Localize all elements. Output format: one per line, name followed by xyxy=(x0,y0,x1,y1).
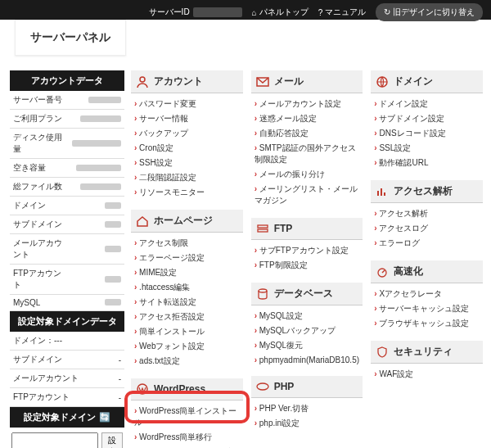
user-icon xyxy=(136,75,149,88)
link-home-0[interactable]: アクセス制限 xyxy=(134,238,188,247)
account-row-label: FTPアカウント xyxy=(10,265,69,295)
link-wp-1[interactable]: WordPress簡単移行 xyxy=(134,432,212,441)
link-db-3[interactable]: phpmyadmin(MariaDB10.5) xyxy=(255,355,359,364)
link-mail-5[interactable]: メーリングリスト・メールマガジン xyxy=(255,184,358,205)
speed-icon xyxy=(376,265,389,278)
link-globe-4[interactable]: 動作確認URL xyxy=(374,158,428,167)
link-ftp-0[interactable]: サブFTPアカウント設定 xyxy=(255,246,349,255)
section-title: PHP xyxy=(274,381,295,392)
panel-top-link[interactable]: ⌂ パネルトップ xyxy=(252,7,309,18)
svg-point-5 xyxy=(259,289,267,292)
link-home-6[interactable]: 簡単インストール xyxy=(134,327,205,336)
section-mail: メールメールアカウント設定迷惑メール設定自動応答設定SMTP認証の国外アクセス制… xyxy=(251,70,363,215)
domain-data-table: ドメイン：---サブドメイン-メールアカウント-FTPアカウント- xyxy=(10,332,124,407)
link-globe-3[interactable]: SSL設定 xyxy=(374,143,411,152)
account-row-label: ご利用プラン xyxy=(10,110,69,129)
link-user-6[interactable]: リソースモニター xyxy=(134,188,205,197)
section-globe: ドメインドメイン設定サブドメイン設定DNSレコード設定SSL設定動作確認URL xyxy=(371,70,483,177)
link-home-2[interactable]: MIME設定 xyxy=(134,268,177,277)
sidebar-domain-data-header: 設定対象ドメインデータ xyxy=(10,311,124,332)
svg-rect-3 xyxy=(258,225,268,228)
account-row-value xyxy=(69,265,124,295)
link-user-4[interactable]: SSH設定 xyxy=(134,158,173,167)
account-row-value xyxy=(69,215,124,234)
section-title: データベース xyxy=(274,287,333,301)
account-row-value xyxy=(69,295,124,311)
account-data-table: サーバー番号ご利用プランディスク使用量空き容量総ファイル数ドメインサブドメインメ… xyxy=(10,91,124,311)
link-ftp-1[interactable]: FTP制限設定 xyxy=(255,260,308,269)
server-id-value xyxy=(193,7,242,17)
old-design-button[interactable]: ↻ 旧デザインに切り替え xyxy=(376,3,483,21)
account-row-value xyxy=(69,91,124,110)
link-shield-0[interactable]: WAF設定 xyxy=(374,369,413,378)
link-home-1[interactable]: エラーページ設定 xyxy=(134,253,205,262)
chart-icon xyxy=(376,185,389,198)
section-title: メール xyxy=(274,75,304,88)
db-icon xyxy=(256,287,269,301)
account-row-label: 空き容量 xyxy=(10,159,69,178)
svg-point-0 xyxy=(140,77,145,82)
link-db-2[interactable]: MySQL復元 xyxy=(255,341,303,350)
svg-rect-4 xyxy=(258,229,268,232)
link-chart-0[interactable]: アクセス解析 xyxy=(374,209,428,218)
domain-row-label: ドメイン：--- xyxy=(10,332,111,351)
link-php-0[interactable]: PHP Ver.切替 xyxy=(255,404,309,413)
link-globe-1[interactable]: サブドメイン設定 xyxy=(374,114,444,123)
domain-select[interactable]: 設定対象ドメイン xyxy=(11,432,98,448)
link-user-0[interactable]: パスワード変更 xyxy=(134,99,196,108)
manual-link[interactable]: ? マニュアル xyxy=(318,7,367,18)
link-speed-2[interactable]: ブラウザキャッシュ設定 xyxy=(374,319,469,328)
domain-row-label: FTPアカウント xyxy=(10,388,111,407)
link-user-2[interactable]: バックアップ xyxy=(134,129,188,138)
link-home-4[interactable]: サイト転送設定 xyxy=(134,297,196,306)
link-user-5[interactable]: 二段階認証設定 xyxy=(134,173,196,182)
domain-row-value: - xyxy=(111,351,124,369)
domain-row-value: - xyxy=(111,369,124,388)
section-title: FTP xyxy=(274,223,293,234)
domain-row-value: - xyxy=(111,388,124,407)
link-speed-0[interactable]: Xアクセラレータ xyxy=(374,289,442,298)
link-user-1[interactable]: サーバー情報 xyxy=(134,114,188,123)
link-user-3[interactable]: Cron設定 xyxy=(134,143,173,152)
section-wp: WordPressWordPress簡単インストールWordPress簡単移行W… xyxy=(131,378,243,448)
account-row-label: 総ファイル数 xyxy=(10,178,69,197)
section-home: ホームページアクセス制限エラーページ設定MIME設定.htaccess編集サイト… xyxy=(131,210,243,375)
link-home-8[interactable]: ads.txt設定 xyxy=(134,356,180,365)
link-mail-0[interactable]: メールアカウント設定 xyxy=(255,99,341,108)
section-title: ドメイン xyxy=(394,75,433,88)
link-db-1[interactable]: MySQLバックアップ xyxy=(255,326,336,335)
link-php-1[interactable]: php.ini設定 xyxy=(255,419,300,428)
link-mail-2[interactable]: 自動応答設定 xyxy=(255,129,309,138)
link-wp-0[interactable]: WordPress簡単インストール xyxy=(134,406,236,427)
link-home-7[interactable]: Webフォント設定 xyxy=(134,342,205,351)
link-mail-1[interactable]: 迷惑メール設定 xyxy=(255,114,317,123)
account-row-label: ディスク使用量 xyxy=(10,129,69,159)
account-row-label: メールアカウント xyxy=(10,234,69,265)
link-mail-3[interactable]: SMTP認証の国外アクセス制限設定 xyxy=(255,143,356,164)
link-speed-1[interactable]: サーバーキャッシュ設定 xyxy=(374,304,469,313)
link-chart-2[interactable]: エラーログ xyxy=(374,238,420,247)
account-row-label: サブドメイン xyxy=(10,215,69,234)
link-globe-0[interactable]: ドメイン設定 xyxy=(374,99,428,108)
section-shield: セキュリティWAF設定 xyxy=(371,341,483,388)
account-row-value xyxy=(69,110,124,129)
ftp-icon xyxy=(256,222,269,235)
link-db-0[interactable]: MySQL設定 xyxy=(255,311,303,320)
sidebar-account-data-header: アカウントデータ xyxy=(10,70,124,91)
globe-icon xyxy=(376,75,389,88)
link-globe-2[interactable]: DNSレコード設定 xyxy=(374,129,445,138)
section-title: アクセス解析 xyxy=(394,184,453,198)
manual-label: マニュアル xyxy=(325,7,366,18)
link-home-5[interactable]: アクセス拒否設定 xyxy=(134,312,205,321)
section-chart: アクセス解析アクセス解析アクセスログエラーログ xyxy=(371,180,483,257)
section-title: ホームページ xyxy=(154,214,213,228)
link-home-3[interactable]: .htaccess編集 xyxy=(134,283,190,292)
account-row-value xyxy=(69,234,124,265)
domain-set-button[interactable]: 設定する xyxy=(101,432,123,448)
section-user: アカウントパスワード変更サーバー情報バックアップCron設定SSH設定二段階認証… xyxy=(131,70,243,206)
page-title: サーバーパネル xyxy=(15,20,126,56)
svg-point-6 xyxy=(257,383,268,390)
link-mail-4[interactable]: メールの振り分け xyxy=(255,170,325,179)
refresh-icon: ↻ xyxy=(384,7,390,16)
link-chart-1[interactable]: アクセスログ xyxy=(374,224,428,233)
